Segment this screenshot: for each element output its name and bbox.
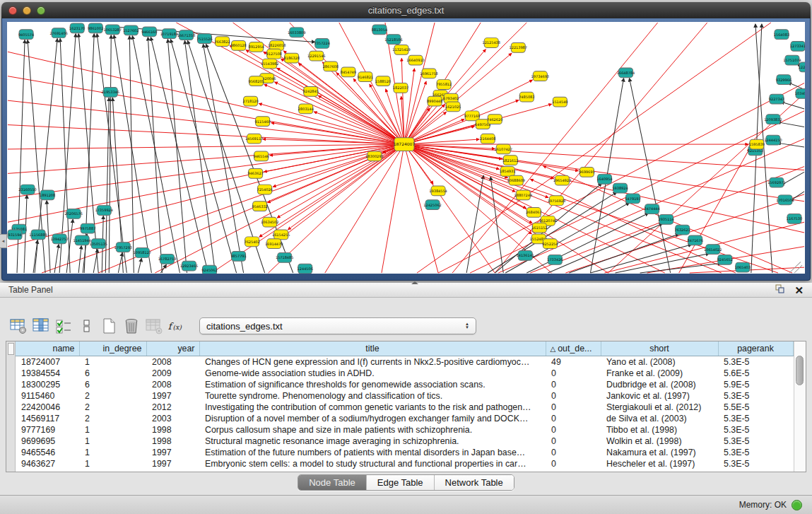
table-cell[interactable]: 9777169 [16,424,79,436]
table-cell[interactable]: 5.3E-5 [718,436,793,447]
network-node[interactable]: 10654022 [704,245,722,255]
network-node[interactable]: 8912954 [248,42,264,52]
network-node[interactable]: 15751074 [783,55,801,65]
network-node[interactable]: 23160550 [18,185,36,194]
create-column-button[interactable] [99,316,119,336]
delete-column-button[interactable] [122,316,141,336]
network-canvas[interactable]: 1872400794055742769140616231709861002106… [7,22,805,274]
table-cell[interactable]: Tourette syndrome. Phenomenology and cla… [199,390,546,402]
network-node[interactable]: 1065403 [735,262,751,272]
table-cell[interactable]: 18724007 [16,356,79,368]
network-node[interactable]: 16961758 [420,69,437,78]
network-node[interactable]: 1891208 [40,190,55,200]
select-columns-button[interactable] [54,316,73,336]
network-node[interactable]: 18300295 [365,151,383,161]
table-cell[interactable]: Wolkin et al. (1998) [601,436,718,447]
network-node[interactable]: 7357224 [314,39,330,49]
network-node[interactable]: 12213987 [510,43,527,53]
tab-network-table[interactable]: Network Table [435,475,514,490]
tab-edge-table[interactable]: Edge Table [367,475,435,490]
table-cell[interactable]: Hescheler et al. (1997) [601,458,718,469]
network-node[interactable]: 16914479 [265,239,283,249]
table-cell[interactable]: 9463627 [16,458,79,469]
network-node[interactable]: 12093832 [764,115,782,124]
network-node[interactable]: 1615152 [531,223,547,233]
network-node[interactable]: 7515526 [196,34,212,44]
close-panel-icon[interactable]: ✕ [794,285,804,296]
network-node[interactable]: 19756928 [548,196,565,206]
row-height-button[interactable] [76,316,96,336]
network-node[interactable]: 12923466 [180,261,198,271]
table-cell[interactable]: 22420046 [16,402,79,413]
table-cell[interactable]: 5.6E-5 [718,368,793,379]
network-node[interactable]: 15692971 [767,177,785,187]
network-node[interactable]: 17359924 [95,206,113,216]
show-columns-button[interactable] [31,316,51,336]
network-node[interactable]: 17957293 [114,243,132,252]
network-node[interactable]: 20206576 [64,209,82,219]
table-cell[interactable]: 1997 [146,458,199,469]
network-node[interactable]: 1167530 [787,214,802,223]
network-node[interactable]: 1244506 [298,264,313,274]
network-node[interactable]: 9568205 [248,76,264,86]
table-cell[interactable]: 5.5E-5 [718,402,793,413]
table-cell[interactable]: Embryonic stem cells: a model to study s… [199,458,546,469]
scrollbar-thumb[interactable] [796,356,804,385]
network-node[interactable]: 12444150 [764,135,782,145]
network-node[interactable]: 1733426 [547,255,563,264]
network-node[interactable]: 9115460 [255,117,271,127]
network-node[interactable]: 7955812 [436,80,452,90]
network-node[interactable]: 16033809 [288,28,305,37]
network-node[interactable]: 1640954 [596,174,612,184]
network-node[interactable]: 7625402 [244,237,259,247]
table-vertical-scrollbar[interactable] [794,341,806,472]
panel-resize-grip[interactable] [406,281,423,284]
network-node[interactable]: 1034054 [795,88,805,98]
network-node[interactable]: 9860128 [230,41,246,51]
table-cell[interactable]: 1 [79,458,146,469]
table-cell[interactable]: 2 [79,390,146,402]
network-node[interactable]: 10958127 [134,248,151,258]
network-node[interactable]: 2867608 [323,62,339,71]
network-node[interactable]: 16782759 [158,254,176,264]
table-cell[interactable]: 1997 [146,390,199,402]
column-header[interactable]: title [199,341,546,356]
network-node[interactable]: 1227434 [799,62,805,72]
network-node[interactable]: 9405574 [18,30,34,40]
network-node[interactable]: 8813054 [372,25,387,35]
network-node[interactable]: 1621025 [445,102,461,112]
network-node[interactable]: 15718485 [276,252,293,262]
network-node[interactable]: 9329966 [776,75,792,85]
table-cell[interactable]: 9699695 [16,436,79,447]
network-node[interactable]: 9857791 [230,252,246,262]
table-cell[interactable]: 2003 [146,413,199,424]
network-node[interactable]: 8186328 [284,53,300,63]
table-cell[interactable]: 2008 [146,356,199,368]
network-node[interactable]: 10688609 [507,175,525,185]
network-window-titlebar[interactable]: citations_edges.txt [1,2,811,19]
table-cell[interactable]: 1997 [146,447,199,458]
network-node[interactable]: 14569117 [245,134,263,144]
tab-node-table[interactable]: Node Table [298,475,367,490]
table-cell[interactable]: 6 [79,379,146,390]
table-cell[interactable]: 6 [79,368,146,379]
close-window-button[interactable] [8,6,17,15]
table-cell[interactable]: Changes of HCN gene expression and I(f) … [199,356,546,368]
network-node[interactable]: 7663822 [214,37,230,47]
table-cell[interactable]: 2 [79,413,146,424]
network-node[interactable]: 9463627 [247,169,263,179]
network-node[interactable]: 11325419 [392,45,410,54]
table-cell[interactable]: 9465546 [16,447,79,458]
table-cell[interactable]: 2 [79,402,146,413]
table-cell[interactable]: 5.9E-5 [718,379,793,390]
table-cell[interactable]: Tibbo et al. (1998) [601,424,718,436]
network-node[interactable]: 12291546 [307,51,325,61]
network-node[interactable]: 18807249 [514,190,532,200]
table-cell[interactable]: 5.3E-5 [718,458,793,469]
canvas-resize-grip[interactable] [789,262,802,273]
table-mode-button[interactable] [8,316,28,336]
network-node[interactable]: 10719184 [160,29,178,39]
table-cell[interactable]: 2009 [146,368,199,379]
network-node[interactable]: 9242845 [303,86,319,96]
minimize-window-button[interactable] [23,6,31,15]
